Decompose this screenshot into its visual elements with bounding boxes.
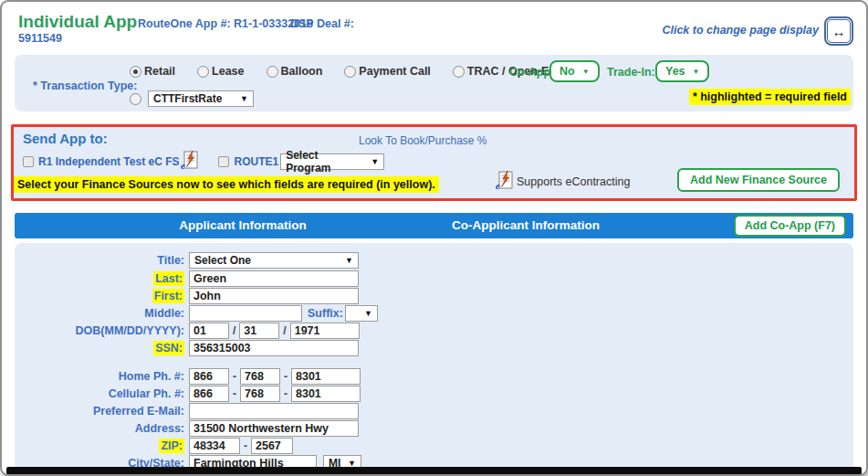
required-field-note: * highlighted = required field [689, 89, 851, 105]
radio-retail-label: Retail [144, 65, 175, 78]
routeone-app-number: RouteOne App #: R1-1-03332018 [138, 17, 313, 30]
applicant-section-bar: Applicant Information Co-Applicant Infor… [15, 213, 853, 238]
zip5-input[interactable] [189, 438, 240, 454]
radio-payment-call-label: Payment Call [359, 65, 431, 78]
radio-payment-call[interactable]: Payment Call [344, 65, 431, 78]
add-new-finance-source-button[interactable]: Add New Finance Source [677, 168, 840, 192]
page-title: Individual App [18, 12, 137, 32]
svg-text:e: e [181, 161, 185, 170]
finance-source-note: Select your Finance Sources now to see w… [14, 176, 439, 193]
home-phone-label: Home Ph. #: [15, 370, 184, 383]
phone-separator: - [280, 387, 291, 400]
radio-lease-icon[interactable] [197, 66, 209, 78]
bottom-crop-bar [6, 467, 862, 474]
rate-plan-select[interactable]: CTTFirstRate ▼ [148, 90, 254, 107]
coapp-label: Co-App: [509, 66, 554, 79]
radio-lease[interactable]: Lease [197, 65, 244, 78]
tradein-dropdown[interactable]: Yes ▼ [655, 60, 709, 82]
send-app-panel: Send App to: Look To Book/Purchase % R1 … [11, 124, 857, 201]
dsp-deal-label: DSP Deal #: [290, 17, 354, 30]
title-select[interactable]: Select One ▼ [189, 252, 359, 269]
middle-name-label: Middle: [15, 307, 184, 320]
left-right-arrow-icon: ↔ [827, 19, 851, 43]
last-name-row: Last: [15, 270, 359, 287]
title-row: Title: Select One ▼ [15, 251, 359, 269]
radio-balloon-icon[interactable] [267, 66, 278, 78]
dob-month-input[interactable] [189, 323, 229, 339]
home-phone-line-input[interactable] [291, 368, 361, 385]
phone-separator: - [229, 387, 240, 400]
chevron-down-icon: ▼ [582, 68, 590, 76]
last-name-input[interactable] [189, 270, 359, 287]
transaction-type-panel: * Transaction Type: Retail Lease Balloon… [15, 55, 853, 111]
route1-program-value: Select Program [286, 149, 365, 175]
applicant-form-panel: Title: Select One ▼ Last: First: Middle:… [15, 243, 853, 470]
finance-source-row: R1 Independent Test eC FS e ROUTE1 Selec… [23, 153, 384, 171]
cell-phone-prefix-input[interactable] [240, 386, 280, 402]
radio-trac-open-end-icon[interactable] [453, 66, 465, 78]
first-name-input[interactable] [189, 288, 359, 304]
address-input[interactable] [189, 420, 359, 437]
zip4-input[interactable] [251, 438, 293, 454]
change-page-display-link[interactable]: Click to change page display [662, 24, 819, 37]
supports-econtracting: e Supports eContracting [496, 173, 630, 191]
zip-label: ZIP: [15, 439, 184, 452]
home-phone-prefix-input[interactable] [240, 368, 280, 385]
radio-balloon-label: Balloon [281, 65, 323, 78]
cell-phone-area-input[interactable] [189, 386, 229, 402]
suffix-label: Suffix: [302, 307, 345, 320]
chevron-down-icon: ▼ [240, 94, 248, 103]
radio-lease-label: Lease [212, 65, 244, 78]
add-coapp-button[interactable]: Add Co-App (F7) [734, 215, 846, 237]
dob-label: DOB(MM/DD/YYYY): [15, 324, 184, 337]
radio-retail-icon[interactable] [130, 66, 141, 78]
applicant-information-title: Applicant Information [115, 218, 371, 232]
phone-separator: - [280, 370, 291, 383]
ssn-input[interactable] [189, 340, 359, 356]
supports-econtracting-label: Supports eContracting [517, 175, 630, 188]
look-to-book-label: Look To Book/Purchase % [359, 134, 487, 147]
dob-day-input[interactable] [239, 323, 279, 339]
ssn-row: SSN: [15, 339, 359, 356]
email-input[interactable] [189, 403, 359, 419]
phone-separator: - [229, 370, 240, 383]
dob-year-input[interactable] [290, 323, 360, 339]
dob-row: DOB(MM/DD/YYYY): / / [15, 322, 360, 339]
cell-phone-row: Cellular Ph. #: - - [15, 385, 361, 402]
first-name-label: First: [15, 290, 184, 302]
svg-text:e: e [496, 181, 500, 190]
middle-name-row: Middle: Suffix: ▼ [15, 304, 378, 322]
route1-program-select[interactable]: Select Program ▼ [280, 153, 384, 170]
rate-plan-row: CTTFirstRate ▼ [130, 90, 254, 107]
tradein-label: Trade-In: [607, 66, 655, 79]
transaction-type-label: * Transaction Type: [33, 79, 137, 92]
chevron-down-icon: ▼ [371, 157, 379, 166]
coapp-dropdown[interactable]: No ▼ [549, 60, 600, 82]
middle-name-input[interactable] [189, 305, 302, 322]
email-label: Preferred E-Mail: [15, 405, 184, 418]
zip-row: ZIP: - [15, 437, 293, 454]
r1-independent-label: R1 Independent Test eC FS [38, 155, 179, 168]
coapp-dropdown-value: No [559, 65, 575, 78]
radio-balloon[interactable]: Balloon [267, 65, 323, 78]
radio-rate-plan[interactable] [130, 93, 141, 105]
first-name-row: First: [15, 287, 359, 304]
email-row: Preferred E-Mail: [15, 402, 359, 419]
dob-separator: / [279, 324, 289, 337]
route1-checkbox[interactable] [218, 156, 229, 167]
radio-retail[interactable]: Retail [130, 65, 175, 78]
home-phone-area-input[interactable] [189, 368, 229, 385]
page-display-toggle-button[interactable]: ↔ [824, 16, 853, 46]
address-label: Address: [15, 422, 184, 435]
title-select-value: Select One [194, 254, 251, 267]
r1-independent-checkbox[interactable] [23, 156, 34, 167]
chevron-down-icon: ▼ [364, 309, 372, 318]
suffix-select[interactable]: ▼ [345, 305, 378, 322]
coapplicant-information-title: Co-Applicant Information [398, 218, 654, 232]
title-label: Title: [15, 254, 184, 267]
radio-payment-call-icon[interactable] [344, 66, 356, 78]
cell-phone-line-input[interactable] [291, 386, 361, 402]
deal-number: 5911549 [18, 32, 62, 45]
send-app-heading: Send App to: [23, 131, 108, 146]
address-row: Address: [15, 419, 359, 437]
